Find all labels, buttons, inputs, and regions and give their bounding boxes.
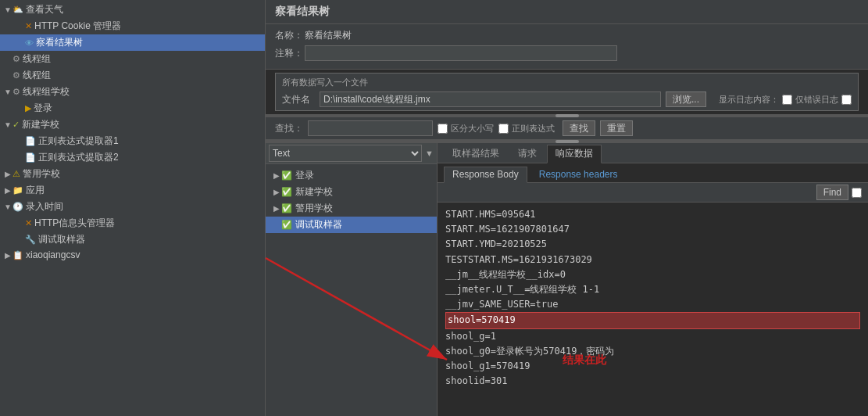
find-checkbox[interactable] [852, 188, 862, 198]
case-sensitive-label: 区分大小写 [438, 123, 494, 134]
expand-new-school[interactable]: ▼ [3, 120, 13, 129]
tree-item-label: 正则表达式提取器1 [38, 134, 119, 148]
tree-item-login-time[interactable]: ▼ 🕐 录入时间 [0, 199, 265, 215]
comment-input[interactable] [305, 45, 617, 61]
expand-text-login[interactable]: ▶ [272, 171, 281, 180]
panel-title: 察看结果树 [266, 0, 868, 24]
gear-icon3: ⚙ [13, 87, 20, 97]
expand-weather[interactable]: ▼ [3, 5, 13, 14]
name-label: 名称： [275, 29, 305, 42]
response-line: shool=570419 [445, 312, 860, 328]
tree-item-weather[interactable]: ▼ ⛅ 查看天气 [0, 2, 265, 18]
folder-icon: ⛅ [13, 5, 23, 15]
text-tree-label: 登录 [295, 169, 314, 182]
tree-item-label: 应用 [26, 184, 45, 197]
expand-csv[interactable]: ▶ [3, 251, 13, 260]
search-input[interactable] [308, 120, 433, 136]
sub-tab-headers[interactable]: Response headers [530, 167, 627, 182]
text-tree-new-school[interactable]: ▶ ✅ 新建学校 [266, 184, 437, 200]
regex-label: 正则表达式 [498, 123, 555, 134]
tree-item-label: 查看天气 [26, 3, 63, 16]
log-checkbox[interactable] [782, 95, 792, 105]
error-only-checkbox[interactable] [841, 95, 852, 105]
csv-icon: 📋 [13, 250, 23, 260]
check-icon-warn-school: ✅ [281, 203, 292, 213]
tree-item-csv[interactable]: ▶ 📋 xiaoqiangcsv [0, 248, 265, 262]
content-area: Text ▼ ▶ ✅ 登录 ▶ ✅ 新建学校 [266, 143, 868, 416]
tree-item-school-thread[interactable]: ▼ ⚙ 线程组学校 [0, 84, 265, 100]
expand-school-thread[interactable]: ▼ [3, 88, 13, 96]
warning-icon: ⚠ [13, 169, 20, 179]
tab-request[interactable]: 请求 [509, 145, 545, 163]
find-btn[interactable]: 查找 [563, 120, 595, 136]
expand-text-warn-school[interactable]: ▶ [272, 204, 281, 213]
regex-icon2: 📄 [25, 152, 36, 163]
response-line: shool_g1=570419 [445, 359, 860, 374]
reset-btn[interactable]: 重置 [600, 120, 633, 136]
check-icon-login: ✅ [281, 170, 292, 181]
regex-checkbox[interactable] [498, 124, 509, 134]
response-panel: 取样器结果 请求 响应数据 Response Body Response [438, 143, 868, 416]
comment-row: 注释： [275, 45, 859, 61]
tree-item-label: 新建学校 [22, 118, 59, 131]
gear-icon: ⚙ [13, 54, 20, 64]
form-area: 名称： 察看结果树 注释： [266, 24, 868, 70]
response-line: __jmv_SAME_USER=true [445, 297, 860, 312]
check-folder-icon: ✓ [13, 120, 20, 130]
response-line: TESTSTART.MS=1621931673029 [445, 253, 860, 267]
tree-item-login[interactable]: ▶ 登录 [0, 100, 265, 117]
tree-item-debug-sampler[interactable]: 🔧 调试取样器 [0, 231, 265, 248]
tree-item-label: HTTP Cookie 管理器 [34, 20, 121, 33]
tree-item-label: 线程组学校 [23, 85, 70, 99]
case-sensitive-checkbox[interactable] [438, 124, 448, 134]
file-label: 文件名 [282, 93, 315, 106]
text-tree-label: 警用学校 [295, 202, 333, 215]
search-bar: 查找： 区分大小写 正则表达式 查找 重置 [266, 117, 868, 140]
tree-item-general[interactable]: ▶ 📁 应用 [0, 182, 265, 199]
right-panel: 察看结果树 名称： 察看结果树 注释： 所有数据写入一个文件 文件名 浏览...… [266, 0, 868, 416]
check-icon-debug: ✅ [281, 220, 292, 230]
find-btn2[interactable]: Find [816, 185, 848, 200]
dropdown-arrow: ▼ [425, 149, 434, 158]
folder-icon3: 📁 [13, 185, 23, 195]
tree-item-regex2[interactable]: 📄 正则表达式提取器2 [0, 149, 265, 166]
response-line: START.YMD=20210525 [445, 237, 860, 252]
response-line: shoolid=301 [445, 374, 860, 389]
file-input[interactable] [320, 91, 661, 107]
http-icon2: ✕ [25, 218, 32, 228]
text-tree: ▶ ✅ 登录 ▶ ✅ 新建学校 ▶ ✅ 警用学校 [266, 164, 437, 416]
tab-response-data[interactable]: 响应数据 [547, 145, 602, 163]
tree-item-warn-school[interactable]: ▶ ⚠ 警用学校 [0, 166, 265, 182]
text-tree-label: 调试取样器 [295, 218, 342, 231]
tree-item-thread1[interactable]: ⚙ 线程组 [0, 51, 265, 67]
text-panel-header: Text ▼ [266, 143, 437, 164]
tree-item-http-header[interactable]: ✕ HTTP信息头管理器 [0, 215, 265, 231]
http-icon: ✕ [25, 21, 32, 31]
file-section-title: 所有数据写入一个文件 [282, 77, 852, 88]
text-tree-login[interactable]: ▶ ✅ 登录 [266, 167, 437, 184]
tree-item-label: 警用学校 [23, 167, 60, 181]
expand-login-time[interactable]: ▼ [3, 203, 13, 211]
tree-item-label: 线程组 [23, 69, 51, 82]
text-tree-label: 新建学校 [295, 185, 333, 199]
tree-item-label: 察看结果树 [36, 36, 83, 49]
tree-item-result-tree[interactable]: 👁 察看结果树 [0, 34, 265, 51]
expand-general[interactable]: ▶ [3, 186, 13, 195]
tab-sampler-result[interactable]: 取样器结果 [444, 145, 508, 163]
browse-btn[interactable]: 浏览... [666, 91, 706, 107]
tree-item-cookie[interactable]: ✕ HTTP Cookie 管理器 [0, 18, 265, 34]
text-dropdown[interactable]: Text [269, 145, 422, 162]
tree-item-new-school[interactable]: ▼ ✓ 新建学校 [0, 117, 265, 133]
sub-tab-body[interactable]: Response Body [444, 167, 527, 183]
folder-icon2: ▶ [25, 103, 31, 113]
response-line: shool_g0=登录帐号为570419，密码为 [445, 344, 860, 359]
tree-item-regex1[interactable]: 📄 正则表达式提取器1 [0, 133, 265, 149]
tree-item-label: 线程组 [23, 52, 51, 66]
tree-item-label: HTTP信息头管理器 [34, 217, 115, 230]
eye-icon: 👁 [25, 38, 34, 48]
text-tree-warn-school[interactable]: ▶ ✅ 警用学校 [266, 200, 437, 217]
expand-warn-school[interactable]: ▶ [3, 170, 13, 178]
expand-text-new-school[interactable]: ▶ [272, 188, 281, 196]
text-tree-debug[interactable]: ✅ 调试取样器 [266, 217, 437, 233]
tree-item-thread2[interactable]: ⚙ 线程组 [0, 67, 265, 84]
